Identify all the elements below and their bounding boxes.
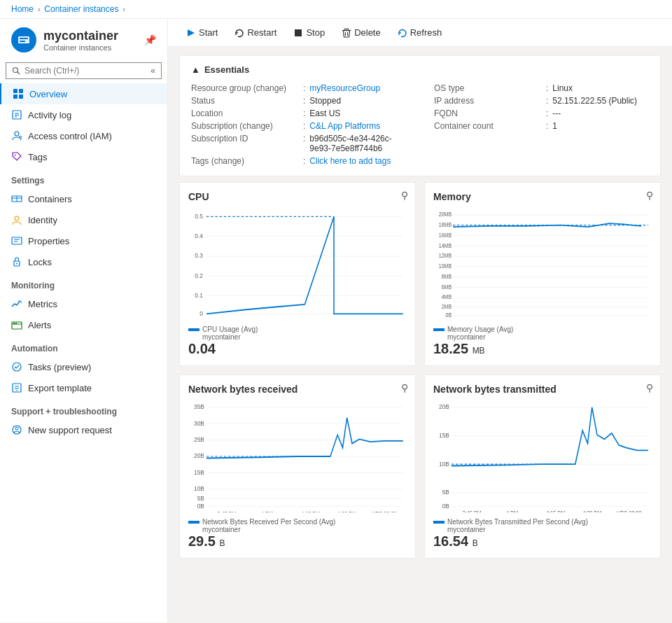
svg-text:15B: 15B [439,431,449,439]
tags-label: Tags [28,152,47,162]
alerts-label: Alerts [28,320,51,330]
svg-text:16MB: 16MB [439,232,451,239]
svg-rect-38 [295,29,302,36]
delete-button[interactable]: Delete [335,24,388,41]
essentials-fqdn: FQDN : --- [434,107,649,120]
sidebar-item-support-request[interactable]: New support request [0,419,167,440]
support-section: Support + troubleshooting [0,398,167,419]
svg-text:4:30 PM: 4:30 PM [337,319,356,320]
svg-text:0B: 0B [446,312,452,319]
memory-chart-card: Memory ⚲ 20MB 18MB 16MB 14MB 12MB 10MB 8… [424,182,661,366]
refresh-button[interactable]: Refresh [391,24,449,41]
network-received-title: Network bytes received [188,384,407,395]
svg-text:UTC-08:00: UTC-08:00 [372,510,397,512]
network-received-container: mycontainer [202,526,407,533]
start-button[interactable]: Start [179,24,225,41]
sidebar-item-activity-log[interactable]: Activity log [0,104,167,125]
essentials-os-type: OS type : Linux [434,82,649,94]
sidebar-item-alerts[interactable]: Alerts [0,314,167,335]
svg-text:25B: 25B [194,435,204,443]
essentials-tags: Tags (change) : Click here to add tags [191,155,406,167]
memory-chart-pin[interactable]: ⚲ [646,190,653,201]
network-received-pin[interactable]: ⚲ [401,382,408,393]
cpu-value: 0.04 [188,341,407,357]
svg-text:20B: 20B [439,403,449,411]
sidebar: mycontainer Container instances 📌 « [0,19,168,622]
sidebar-item-identity[interactable]: Identity [0,209,167,230]
sidebar-item-metrics[interactable]: Metrics [0,293,167,314]
svg-rect-22 [12,237,22,244]
sidebar-item-overview[interactable]: Overview [0,83,167,104]
memory-legend-label: Memory Usage (Avg) [447,326,513,333]
tasks-label: Tasks (preview) [28,362,91,372]
sidebar-item-containers[interactable]: Containers [0,188,167,209]
essentials-subscription-id: Subscription ID : b96d505c-4e34-426c-9e9… [191,132,406,155]
sidebar-item-tasks[interactable]: Tasks (preview) [0,356,167,377]
container-count-label: Container count [434,121,546,131]
metrics-label: Metrics [28,299,57,309]
breadcrumb-container-instances[interactable]: Container instances [44,4,118,14]
sidebar-item-properties[interactable]: Properties [0,230,167,251]
svg-text:12MB: 12MB [439,253,451,260]
svg-text:35B: 35B [194,403,204,411]
cpu-chart-pin[interactable]: ⚲ [401,190,408,201]
network-transmitted-pin[interactable]: ⚲ [646,382,653,393]
search-box[interactable]: « [6,62,162,79]
essentials-collapse-icon: ▲ [191,64,200,75]
toolbar: Start Restart Stop [168,19,672,47]
network-transmitted-legend-line [433,521,444,524]
svg-rect-40 [344,29,349,30]
rg-value[interactable]: myResourceGroup [309,83,380,93]
memory-container-name: mycontainer [447,333,652,341]
svg-text:0: 0 [200,309,203,317]
svg-text:3:45 PM: 3:45 PM [218,510,237,512]
restart-icon [234,28,244,38]
svg-text:8MB: 8MB [442,273,451,280]
sidebar-item-access-control[interactable]: Access control (IAM) [0,125,167,146]
essentials-panel: ▲ Essentials Resource group (change) : m… [179,55,661,176]
sub-id-label: Subscription ID [191,134,303,144]
svg-text:20B: 20B [194,452,204,460]
sub-value[interactable]: C&L App Platforms [309,121,380,131]
sub-label: Subscription (change) [191,121,303,131]
svg-rect-1 [20,38,28,39]
sidebar-title-group: mycontainer Container instances [43,29,118,52]
network-received-svg: 35B 30B 25B 20B 15B 10B 5B 0B [188,400,407,512]
properties-icon [11,235,22,246]
svg-point-31 [13,363,21,371]
monitoring-section: Monitoring [0,272,167,293]
settings-section: Settings [0,167,167,188]
search-input[interactable] [24,66,146,76]
location-value: East US [309,108,340,118]
essentials-header[interactable]: ▲ Essentials [191,64,649,75]
svg-rect-8 [19,94,23,99]
containers-icon [11,193,22,204]
sidebar-item-tags[interactable]: Tags [0,146,167,167]
svg-line-4 [18,72,20,75]
svg-text:0B: 0B [197,502,204,510]
network-received-chart-card: Network bytes received ⚲ 35B 30B 25B 20B… [179,374,416,559]
sidebar-item-export-template[interactable]: Export template [0,377,167,398]
ip-label: IP address [434,96,546,106]
cpu-legend-label: CPU Usage (Avg) [202,326,258,333]
cpu-chart-title: CPU [188,191,407,202]
svg-rect-5 [13,89,18,93]
identity-icon [11,214,22,225]
sidebar-item-locks[interactable]: Locks [0,251,167,272]
svg-text:10B: 10B [439,460,449,468]
cpu-chart-footer: CPU Usage (Avg) [188,326,407,333]
svg-text:0.4: 0.4 [195,232,203,239]
essentials-status: Status : Stopped [191,94,406,107]
restart-button[interactable]: Restart [227,24,284,41]
network-transmitted-chart-card: Network bytes transmitted ⚲ 20B 15B 10B … [424,374,661,559]
start-icon [186,28,196,38]
memory-chart-area: 20MB 18MB 16MB 14MB 12MB 10MB 8MB 6MB 4M… [433,208,652,320]
collapse-icon[interactable]: « [150,66,155,76]
breadcrumb-home[interactable]: Home [11,4,34,14]
cpu-container-name: mycontainer [202,333,407,341]
network-transmitted-footer: Network Bytes Transmitted Per Second (Av… [433,518,652,526]
pin-icon[interactable]: 📌 [144,34,156,46]
tags-value[interactable]: Click here to add tags [309,156,391,166]
memory-chart-svg: 20MB 18MB 16MB 14MB 12MB 10MB 8MB 6MB 4M… [433,208,652,320]
stop-button[interactable]: Stop [286,24,332,41]
